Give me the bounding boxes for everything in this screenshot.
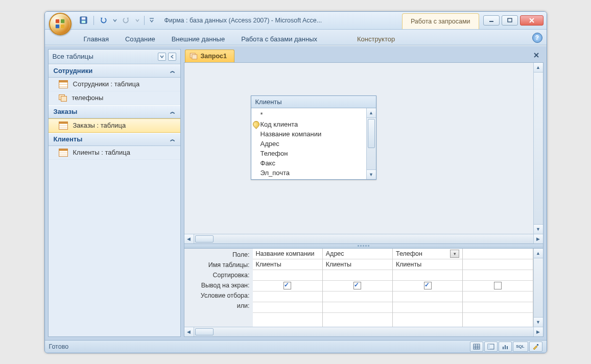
cell-sort[interactable] — [393, 270, 462, 281]
scroll-right-button[interactable]: ▶ — [533, 234, 543, 244]
cell-table[interactable]: Клиенты — [323, 259, 392, 270]
dropdown-button[interactable]: ▾ — [450, 250, 459, 258]
document-close-button[interactable] — [531, 50, 541, 60]
help-button[interactable]: ? — [532, 33, 542, 43]
cell-criteria[interactable] — [253, 292, 322, 302]
nav-category-dropdown[interactable] — [158, 53, 166, 61]
scroll-down-button[interactable]: ▼ — [367, 169, 376, 179]
cell-sort[interactable] — [323, 270, 392, 281]
nav-item[interactable]: телефоны — [49, 91, 180, 105]
nav-group-header[interactable]: Сотрудники︽ — [49, 64, 180, 78]
view-pivottable-button[interactable] — [484, 342, 498, 352]
redo-button[interactable] — [120, 14, 132, 27]
save-button[interactable] — [78, 14, 90, 27]
table-field[interactable]: Название компании — [261, 129, 364, 139]
view-design-button[interactable] — [529, 342, 542, 352]
cell-or[interactable] — [393, 302, 462, 313]
close-button[interactable] — [520, 15, 543, 26]
table-field[interactable]: Факс — [261, 158, 364, 168]
cell-show[interactable] — [393, 281, 462, 292]
nav-group-header[interactable]: Заказы︽ — [49, 105, 180, 118]
diagram-vertical-scrollbar[interactable]: ▲ ▼ — [533, 63, 543, 234]
cell-sort[interactable] — [463, 270, 532, 281]
undo-button[interactable] — [98, 14, 110, 27]
scroll-left-button[interactable]: ◀ — [184, 234, 194, 244]
view-datasheet-button[interactable] — [470, 342, 483, 352]
cell-or[interactable] — [463, 302, 532, 313]
scroll-thumb[interactable] — [195, 235, 214, 242]
diagram-pane[interactable]: Клиенты *Код клиентаНазвание компанииАдр… — [184, 63, 543, 234]
cell-field[interactable]: Название компании — [253, 249, 322, 259]
scroll-right-button[interactable]: ▶ — [533, 327, 543, 336]
cell-or[interactable] — [323, 302, 392, 313]
grid-column[interactable]: АдресКлиенты — [323, 249, 393, 327]
pane-splitter[interactable] — [184, 244, 543, 249]
cell-criteria[interactable] — [463, 292, 532, 302]
cell-show[interactable] — [253, 281, 322, 292]
diagram-horizontal-scrollbar[interactable]: ◀ ▶ — [184, 234, 543, 244]
tab-design[interactable]: Конструктор — [349, 32, 403, 45]
nav-item[interactable]: Сотрудники : таблица — [49, 78, 180, 91]
scroll-up-button[interactable]: ▲ — [534, 63, 543, 72]
view-sql-button[interactable]: SQL — [513, 342, 528, 352]
document-tab-query1[interactable]: Запрос1 — [185, 50, 234, 62]
cell-field[interactable]: Телефон▾ — [393, 249, 462, 259]
scroll-track[interactable] — [367, 118, 376, 169]
grid-vertical-scrollbar[interactable]: ▲ ▼ — [533, 249, 543, 327]
cell-field[interactable]: Адрес — [323, 249, 392, 259]
scroll-thumb[interactable] — [195, 328, 214, 335]
cell-criteria[interactable] — [323, 292, 392, 302]
undo-dropdown[interactable] — [112, 14, 118, 27]
nav-group-header[interactable]: Клиенты︽ — [49, 133, 180, 146]
cell-show[interactable] — [463, 281, 532, 292]
grid-column[interactable] — [463, 249, 533, 327]
table-box-clients[interactable]: Клиенты *Код клиентаНазвание компанииАдр… — [251, 95, 376, 180]
tab-external-data[interactable]: Внешние данные — [163, 32, 233, 45]
scroll-thumb[interactable] — [368, 119, 375, 148]
office-button[interactable] — [49, 13, 72, 35]
nav-item[interactable]: Клиенты : таблица — [49, 146, 180, 160]
nav-collapse-button[interactable] — [168, 53, 176, 61]
grid-column[interactable]: Телефон▾Клиенты — [393, 249, 463, 327]
tab-create[interactable]: Создание — [117, 32, 163, 45]
scroll-track[interactable] — [534, 258, 543, 317]
checkbox[interactable] — [283, 282, 291, 289]
cell-table[interactable]: Клиенты — [253, 259, 322, 270]
table-field[interactable]: Телефон — [261, 149, 364, 158]
checkbox[interactable] — [494, 282, 502, 289]
cell-table[interactable]: Клиенты — [393, 259, 462, 270]
cell-field[interactable] — [463, 249, 532, 259]
table-box-scrollbar[interactable]: ▲ ▼ — [366, 108, 376, 179]
cell-show[interactable] — [323, 281, 392, 292]
grid-columns[interactable]: Название компанииКлиентыАдресКлиентыТеле… — [253, 249, 533, 327]
scroll-up-button[interactable]: ▲ — [534, 249, 543, 258]
grid-horizontal-scrollbar[interactable]: ◀ ▶ — [184, 327, 543, 336]
nav-item[interactable]: Заказы : таблица — [49, 118, 180, 133]
tab-database-tools[interactable]: Работа с базами данных — [233, 32, 325, 45]
qat-customize-button[interactable] — [148, 14, 155, 27]
scroll-down-button[interactable]: ▼ — [534, 317, 543, 327]
checkbox[interactable] — [424, 282, 432, 289]
scroll-up-button[interactable]: ▲ — [367, 108, 376, 118]
view-pivotchart-button[interactable] — [499, 342, 512, 352]
scroll-down-button[interactable]: ▼ — [534, 224, 543, 234]
cell-or[interactable] — [253, 302, 322, 313]
cell-table[interactable] — [463, 259, 532, 270]
cell-criteria[interactable] — [393, 292, 462, 302]
cell-sort[interactable] — [253, 270, 322, 281]
title-bar: Фирма : база данных (Access 2007) - Micr… — [45, 12, 547, 30]
redo-dropdown[interactable] — [134, 14, 140, 27]
scroll-left-button[interactable]: ◀ — [184, 327, 194, 336]
minimize-button[interactable] — [483, 15, 500, 26]
table-field[interactable]: * — [261, 110, 364, 119]
scroll-track[interactable] — [534, 72, 543, 224]
checkbox[interactable] — [353, 282, 361, 289]
tab-home[interactable]: Главная — [76, 32, 117, 45]
grid-column[interactable]: Название компанииКлиенты — [253, 249, 323, 327]
table-field[interactable]: Код клиента — [261, 119, 364, 129]
maximize-button[interactable] — [502, 15, 518, 26]
nav-pane-header[interactable]: Все таблицы — [49, 50, 180, 64]
table-field-list[interactable]: *Код клиентаНазвание компанииАдресТелефо… — [251, 108, 366, 179]
table-field[interactable]: Эл_почта — [261, 168, 364, 178]
table-field[interactable]: Адрес — [261, 139, 364, 149]
